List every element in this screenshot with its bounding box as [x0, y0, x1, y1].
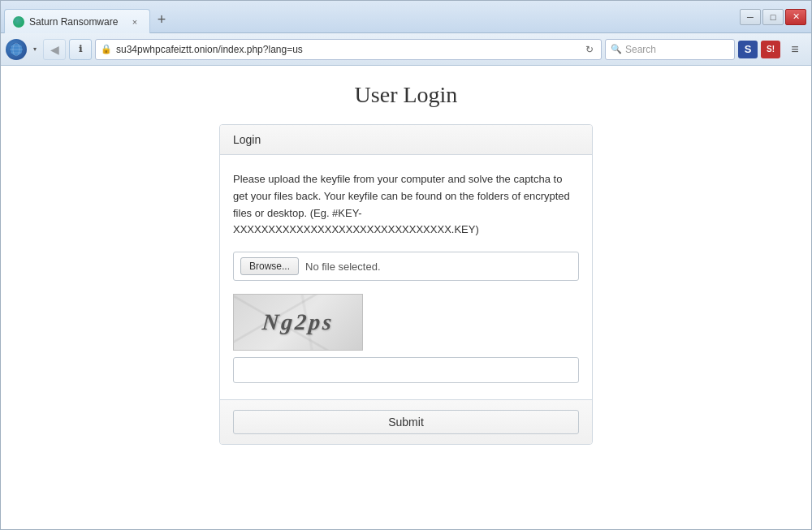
security-icon-label: S!	[767, 45, 775, 54]
search-icon: 🔍	[611, 44, 622, 54]
login-card: Login Please upload the keyfile from you…	[219, 124, 593, 445]
captcha-image: Ng2ps	[233, 294, 363, 351]
lock-icon: 🔒	[101, 44, 112, 55]
submit-button[interactable]: Submit	[233, 410, 579, 434]
tab-area: Saturn Ransomware × +	[1, 1, 740, 32]
captcha-input[interactable]	[233, 357, 579, 383]
refresh-button[interactable]: ↻	[583, 43, 596, 56]
info-button[interactable]: ℹ	[69, 39, 92, 60]
file-name-display: No file selected.	[305, 261, 381, 273]
search-box[interactable]: 🔍 Search	[605, 39, 735, 60]
profile-dropdown[interactable]: ▾	[30, 45, 40, 54]
card-header-label: Login	[233, 133, 261, 146]
card-body: Please upload the keyfile from your comp…	[220, 155, 592, 399]
minimize-button[interactable]: ─	[740, 9, 761, 25]
captcha-text: Ng2ps	[261, 309, 335, 335]
address-text: su34pwhpcafeiztt.onion/index.php?lang=us	[116, 44, 579, 55]
menu-button[interactable]: ≡	[784, 39, 806, 60]
new-tab-button[interactable]: +	[150, 8, 173, 31]
card-footer: Submit	[220, 399, 592, 444]
file-input-row: Browse... No file selected.	[233, 252, 579, 281]
nav-bar: ▾ ◀ ℹ 🔒 su34pwhpcafeiztt.onion/index.php…	[1, 33, 811, 66]
tab-favicon	[13, 16, 24, 28]
security-icon[interactable]: S!	[761, 41, 780, 58]
card-header: Login	[220, 125, 592, 155]
description-text: Please upload the keyfile from your comp…	[233, 171, 579, 239]
window-controls: ─ □ ✕	[740, 1, 811, 32]
browser-tab[interactable]: Saturn Ransomware ×	[4, 9, 150, 33]
browse-button[interactable]: Browse...	[240, 257, 299, 275]
captcha-container: Ng2ps	[233, 294, 579, 383]
title-bar: Saturn Ransomware × + ─ □ ✕	[1, 1, 811, 33]
browser-window: Saturn Ransomware × + ─ □ ✕ ▾ ◀ ℹ 🔒 s	[0, 0, 812, 530]
tab-title: Saturn Ransomware	[29, 16, 123, 28]
page-title: User Login	[355, 82, 458, 108]
page-content: User Login Login Please upload the keyfi…	[1, 66, 811, 529]
maximize-button[interactable]: □	[762, 9, 784, 25]
sync-icon[interactable]: S	[738, 41, 758, 58]
close-button[interactable]: ✕	[785, 9, 806, 25]
tab-close-button[interactable]: ×	[128, 15, 141, 28]
address-bar[interactable]: 🔒 su34pwhpcafeiztt.onion/index.php?lang=…	[95, 39, 602, 60]
browser-icon	[6, 39, 27, 60]
back-button[interactable]: ◀	[43, 39, 66, 60]
search-placeholder: Search	[625, 44, 656, 55]
